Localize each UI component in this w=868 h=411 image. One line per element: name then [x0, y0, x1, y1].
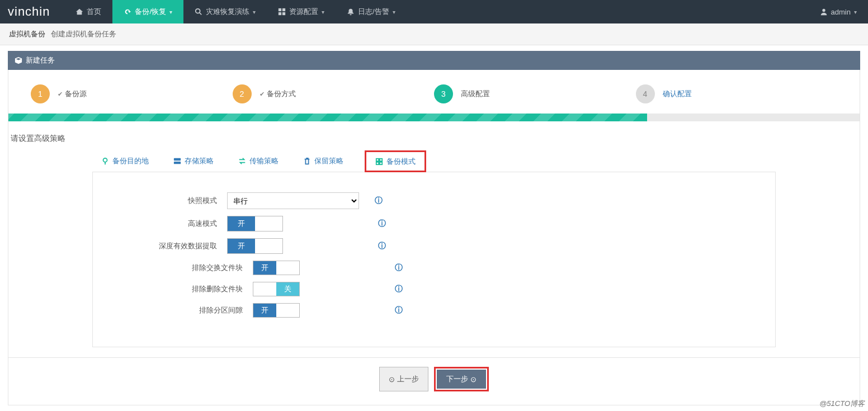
breadcrumb: 虚拟机备份 创建虚拟机备份任务: [0, 23, 868, 45]
row-deep-extract: 深度有效数据提取 开 ⓘ: [115, 238, 753, 254]
nav-resource-label: 资源配置: [289, 7, 318, 17]
nav-user[interactable]: admin ▾: [809, 0, 868, 23]
row-speed-mode: 高速模式 开 ⓘ: [115, 216, 753, 232]
svg-rect-3: [282, 8, 285, 11]
svg-point-6: [822, 9, 825, 12]
arrow-right-icon: ⊙: [470, 375, 477, 384]
chevron-down-icon: ▾: [253, 9, 256, 15]
tab-retention[interactable]: 保留策略: [300, 150, 348, 172]
chevron-down-icon: ▾: [169, 9, 172, 15]
snapshot-mode-select[interactable]: 串行: [227, 192, 359, 209]
svg-rect-10: [376, 158, 379, 160]
prev-button-label: 上一步: [397, 374, 419, 384]
row-exclude-deleted: 排除删除文件块 关 ⓘ: [115, 282, 753, 296]
step-2-label: ✔备份方式: [260, 89, 296, 99]
step-3[interactable]: 3 高级配置: [434, 84, 636, 103]
nav-dr[interactable]: 灾难恢复演练 ▾: [183, 0, 267, 23]
row-exclude-partition-gap: 排除分区间隙 开 ⓘ: [115, 303, 753, 318]
nav-logs[interactable]: 日志/告警 ▾: [336, 0, 407, 23]
tab-transfer-label: 传输策略: [249, 156, 279, 166]
step-4-label: 确认配置: [663, 89, 692, 99]
exclude-swap-toggle[interactable]: 开: [253, 261, 300, 275]
nav-backup-label: 备份/恢复: [135, 7, 166, 17]
step-1-label: ✔备份源: [58, 89, 87, 99]
search-icon: [195, 8, 202, 16]
svg-rect-11: [380, 158, 382, 160]
deep-extract-toggle[interactable]: 开: [227, 238, 283, 254]
prev-button[interactable]: ⊙ 上一步: [379, 367, 428, 391]
wizard-progress-fill: [8, 114, 647, 121]
tab-storage-label: 存储策略: [185, 156, 214, 166]
exclude-deleted-label: 排除删除文件块: [115, 284, 253, 294]
pin-icon: [101, 157, 109, 165]
check-icon: ✔: [260, 91, 265, 97]
step-1[interactable]: 1 ✔备份源: [31, 84, 233, 103]
svg-rect-13: [380, 162, 382, 164]
svg-rect-8: [174, 162, 181, 164]
home-icon: [76, 8, 83, 16]
svg-point-7: [103, 158, 107, 162]
tab-backup-mode[interactable]: 备份模式: [365, 150, 426, 172]
step-3-label: 高级配置: [461, 89, 490, 99]
info-icon[interactable]: ⓘ: [375, 196, 383, 206]
brand-logo: vinchin: [0, 0, 64, 23]
next-button-highlight: 下一步 ⊙: [434, 367, 489, 391]
tab-transfer[interactable]: 传输策略: [235, 150, 283, 172]
check-icon: ✔: [58, 91, 63, 97]
speed-mode-toggle[interactable]: 开: [227, 216, 283, 232]
new-task-panel: 新建任务 1 ✔备份源 2 ✔备份方式 3 高级配置 4 确认配置 请: [8, 51, 860, 405]
user-icon: [820, 8, 828, 16]
grid-icon: [278, 8, 286, 16]
watermark: @51CTO博客: [819, 399, 865, 409]
panel-title: 新建任务: [26, 55, 55, 65]
svg-point-0: [196, 9, 200, 13]
step-2[interactable]: 2 ✔备份方式: [233, 84, 435, 103]
deep-extract-label: 深度有效数据提取: [115, 241, 227, 251]
row-snapshot-mode: 快照模式 串行 ⓘ: [115, 192, 753, 209]
refresh-icon: [124, 8, 131, 16]
nav-home[interactable]: 首页: [64, 0, 112, 23]
disk-icon: [173, 157, 181, 165]
exclude-swap-label: 排除交换文件块: [115, 263, 253, 273]
wizard-footer: ⊙ 上一步 下一步 ⊙: [8, 357, 860, 391]
svg-line-1: [200, 13, 202, 15]
info-icon[interactable]: ⓘ: [395, 263, 403, 273]
info-icon[interactable]: ⓘ: [395, 305, 403, 315]
wizard-progress: [8, 114, 860, 121]
nav-resource[interactable]: 资源配置 ▾: [267, 0, 336, 23]
snapshot-mode-label: 快照模式: [115, 196, 227, 206]
strategy-tabs: 备份目的地 存储策略 传输策略 保留策略 备份模式: [92, 150, 776, 172]
step-2-circle: 2: [233, 84, 252, 103]
info-icon[interactable]: ⓘ: [378, 241, 386, 251]
chevron-down-icon: ▾: [322, 9, 324, 15]
nav-backup[interactable]: 备份/恢复 ▾: [112, 0, 183, 23]
svg-rect-2: [279, 8, 281, 11]
tab-retention-label: 保留策略: [314, 156, 343, 166]
row-exclude-swap: 排除交换文件块 开 ⓘ: [115, 261, 753, 275]
trash-icon: [303, 157, 311, 165]
tab-destination[interactable]: 备份目的地: [98, 150, 153, 172]
tab-storage[interactable]: 存储策略: [170, 150, 218, 172]
nav-dr-label: 灾难恢复演练: [206, 7, 249, 17]
transfer-icon: [238, 157, 246, 165]
arrow-left-icon: ⊙: [389, 375, 395, 384]
bell-icon: [347, 8, 355, 16]
exclude-deleted-toggle[interactable]: 关: [253, 282, 300, 296]
step-4-circle: 4: [636, 84, 655, 103]
step-4[interactable]: 4 确认配置: [636, 84, 838, 103]
breadcrumb-title: 虚拟机备份: [9, 30, 45, 38]
panel-header: 新建任务: [8, 51, 860, 70]
section-title: 请设置高级策略: [8, 134, 860, 150]
nav-user-label: admin: [831, 8, 851, 16]
svg-rect-5: [282, 12, 285, 15]
svg-rect-12: [376, 162, 379, 164]
next-button[interactable]: 下一步 ⊙: [437, 370, 486, 389]
tab-destination-label: 备份目的地: [112, 156, 149, 166]
tab-backup-mode-label: 备份模式: [386, 157, 416, 167]
chevron-down-icon: ▾: [854, 9, 857, 15]
info-icon[interactable]: ⓘ: [395, 284, 403, 294]
step-3-circle: 3: [434, 84, 453, 103]
svg-rect-9: [174, 158, 181, 160]
info-icon[interactable]: ⓘ: [378, 219, 386, 229]
exclude-partition-gap-toggle[interactable]: 开: [253, 303, 300, 318]
